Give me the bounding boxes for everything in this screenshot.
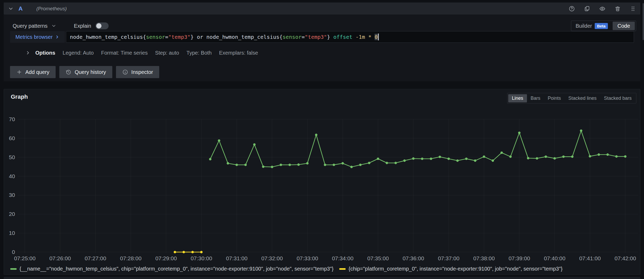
data-point[interactable] [456,159,459,162]
data-point[interactable] [288,164,291,166]
query-ref-id[interactable]: A [18,5,23,12]
duplicate-icon[interactable] [584,6,590,12]
option-summary-item: Exemplars: false [219,50,258,56]
data-point[interactable] [412,157,414,160]
query-patterns-chevron-icon[interactable] [51,23,56,29]
data-point[interactable] [571,155,573,158]
data-point[interactable] [553,157,556,159]
add-query-button[interactable]: Add query [10,66,56,78]
promql-token: "temp3" [168,34,190,40]
x-axis-tick-label: 07:33:00 [297,255,318,261]
data-point[interactable] [271,166,273,168]
promql-token: * [368,34,371,40]
data-point[interactable] [474,159,476,162]
data-point[interactable] [253,143,255,146]
add-query-label: Add query [25,69,49,75]
delete-trash-icon[interactable] [614,6,621,12]
code-mode-tab[interactable]: Code [613,22,635,30]
data-point[interactable] [244,164,247,166]
axis-labels: 01020304050607007:25:0007:26:0007:27:000… [9,116,636,261]
collapse-chevron-icon[interactable] [8,6,14,12]
data-point[interactable] [421,158,423,160]
data-point[interactable] [235,164,238,166]
data-point[interactable] [509,155,512,158]
options-toggle-label[interactable]: Options [35,50,55,56]
y-axis-tick-label: 60 [9,135,15,141]
data-point[interactable] [589,155,591,158]
time-series-chart[interactable]: 01020304050607007:25:0007:26:0007:27:000… [4,89,640,263]
legend-label: {__name__="node_hwmon_temp_celsius", chi… [20,266,333,272]
inspector-button[interactable]: Inspector [116,66,159,78]
data-point[interactable] [615,155,618,158]
data-point[interactable] [262,165,264,168]
series [209,130,627,168]
data-point[interactable] [306,162,308,164]
data-point[interactable] [606,153,609,156]
query-history-label: Query history [75,69,106,75]
legend-item[interactable]: {chip="platform_coretemp_0", instance="n… [339,266,563,272]
data-point[interactable] [545,155,547,158]
query-history-button[interactable]: Query history [59,66,112,78]
promql-token: } [191,34,197,40]
data-point[interactable] [439,156,441,158]
data-point[interactable] [624,155,626,158]
scrollbar-thumb[interactable] [643,3,644,40]
data-point[interactable] [350,166,353,168]
promql-token: offset [333,34,352,40]
data-point[interactable] [447,158,450,160]
data-point[interactable] [394,162,397,164]
data-point[interactable] [403,159,406,162]
data-point[interactable] [500,152,503,154]
data-point[interactable] [191,251,194,253]
promql-query-input[interactable]: node_hwmon_temp_celsius{sensor="temp3"} … [66,31,634,43]
hide-response-eye-icon[interactable] [599,6,606,12]
x-axis-tick-label: 07:29:00 [155,255,177,261]
help-icon[interactable] [569,6,575,12]
data-point[interactable] [182,251,185,253]
data-point[interactable] [218,139,220,142]
data-point[interactable] [333,164,335,166]
data-point[interactable] [368,162,370,164]
drag-handle-icon[interactable] [630,6,636,12]
options-summary: Legend: AutoFormat: Time seriesStep: aut… [55,50,258,56]
promql-token: -1m [356,34,365,40]
actions-row: Add query Query history Inspector [10,66,159,78]
data-point[interactable] [536,157,538,159]
query-patterns-button[interactable]: Query patterns [13,23,47,29]
data-point[interactable] [598,153,600,156]
data-point[interactable] [527,157,529,159]
data-point[interactable] [341,162,344,164]
explain-toggle[interactable] [95,22,109,29]
data-point[interactable] [386,162,388,164]
data-point[interactable] [315,134,317,136]
option-summary-item: Format: Time series [101,50,148,56]
data-point[interactable] [200,251,202,253]
data-point[interactable] [580,130,582,132]
data-point[interactable] [209,158,211,160]
metrics-browser-label: Metrics browser [15,34,52,40]
data-point[interactable] [174,251,176,253]
data-point[interactable] [430,158,432,160]
data-point[interactable] [465,158,467,160]
data-point[interactable] [297,163,300,166]
options-chevron-right-icon[interactable] [25,50,31,55]
builder-mode-tab[interactable]: Builder Beta [572,22,611,30]
legend-item[interactable]: {__name__="node_hwmon_temp_celsius", chi… [10,266,333,272]
metrics-browser-button[interactable]: Metrics browser [10,31,65,43]
data-point[interactable] [359,164,361,166]
data-point[interactable] [377,158,379,160]
editor-mode-group: Builder Beta Code [571,21,636,31]
data-point[interactable] [227,162,229,164]
beta-badge: Beta [595,23,608,29]
promql-token [352,34,356,40]
x-axis-tick-label: 07:41:00 [579,255,601,261]
data-point[interactable] [324,164,326,166]
data-point[interactable] [492,159,494,162]
promql-token: node_hwmon_temp_celsius{ [70,34,146,40]
legend-swatch [10,268,17,270]
data-point[interactable] [280,164,282,166]
data-point[interactable] [518,131,520,134]
data-point[interactable] [483,155,485,158]
next-panel-edge [4,277,640,279]
data-point[interactable] [562,155,565,158]
